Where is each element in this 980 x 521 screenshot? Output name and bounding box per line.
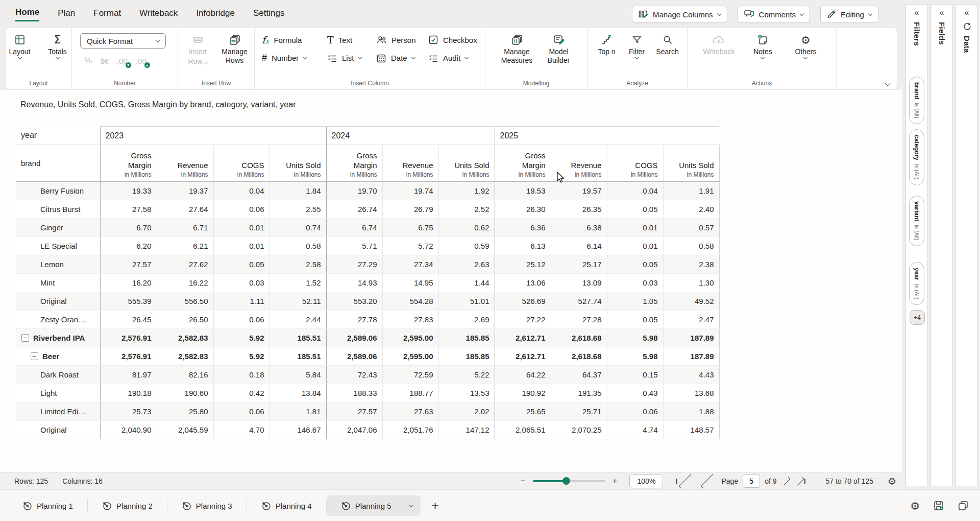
refresh-icon[interactable] xyxy=(963,22,971,31)
zoom-slider-knob[interactable] xyxy=(562,477,570,485)
measure-header[interactable]: Units Soldin Millions xyxy=(663,145,719,182)
value-cell[interactable]: 187.89 xyxy=(663,347,719,366)
value-cell[interactable]: 2,045.59 xyxy=(157,421,213,439)
value-cell[interactable]: 27.29 xyxy=(326,255,382,274)
value-cell[interactable]: 64.37 xyxy=(551,366,607,384)
row-label-cell[interactable]: Citrus Burst xyxy=(16,200,100,219)
value-cell[interactable]: 2.02 xyxy=(438,402,495,421)
fields-panel-tab[interactable]: « Fields xyxy=(930,4,953,486)
value-cell[interactable]: 26.50 xyxy=(157,311,213,329)
value-cell[interactable]: 27.64 xyxy=(157,200,213,219)
measure-header[interactable]: Revenuein Millions xyxy=(382,145,438,182)
value-cell[interactable]: 2,589.06 xyxy=(326,329,382,347)
value-cell[interactable]: 527.74 xyxy=(551,292,607,311)
menu-item-format[interactable]: Format xyxy=(93,4,121,21)
row-label-cell[interactable]: Mint xyxy=(16,274,100,292)
value-cell[interactable]: 2.58 xyxy=(270,255,326,274)
value-cell[interactable]: 6.75 xyxy=(382,219,438,237)
value-cell[interactable]: 19.53 xyxy=(495,182,551,200)
value-cell[interactable]: 0.58 xyxy=(663,237,719,255)
value-cell[interactable]: 13.84 xyxy=(270,384,326,402)
measure-header[interactable]: Gross Marginin Millions xyxy=(326,145,382,182)
value-cell[interactable]: 16.22 xyxy=(157,274,213,292)
value-cell[interactable]: 1.92 xyxy=(438,182,495,200)
page-input[interactable] xyxy=(743,475,760,488)
value-cell[interactable]: 6.71 xyxy=(157,219,213,237)
value-cell[interactable]: 72.43 xyxy=(326,366,382,384)
value-cell[interactable]: 0.06 xyxy=(607,402,663,421)
value-cell[interactable]: 5.92 xyxy=(213,329,270,347)
row-dimension-label[interactable]: year xyxy=(16,127,100,145)
row-label-cell[interactable]: Berry Fusion xyxy=(16,182,100,200)
row-label-cell[interactable]: LE Special xyxy=(16,237,100,255)
value-cell[interactable]: 148.57 xyxy=(663,421,719,439)
collapse-ribbon-icon[interactable] xyxy=(885,80,890,86)
value-cell[interactable]: 1.88 xyxy=(663,402,719,421)
value-cell[interactable]: 27.34 xyxy=(382,255,438,274)
value-cell[interactable]: 0.62 xyxy=(438,219,495,237)
row-label-cell[interactable]: Ginger xyxy=(16,219,100,237)
comments-button[interactable]: Comments xyxy=(738,6,811,23)
value-cell[interactable]: 6.36 xyxy=(495,219,551,237)
editing-mode-button[interactable]: Editing xyxy=(820,6,878,23)
value-cell[interactable]: 2,618.68 xyxy=(551,329,607,347)
value-cell[interactable]: 26.30 xyxy=(495,200,551,219)
value-cell[interactable]: 185.51 xyxy=(270,329,326,347)
value-cell[interactable]: 6.14 xyxy=(551,237,607,255)
value-cell[interactable]: 1.05 xyxy=(607,292,663,311)
value-cell[interactable]: 13.53 xyxy=(438,384,495,402)
value-cell[interactable]: 6.13 xyxy=(495,237,551,255)
audit-column-button[interactable]: Audit xyxy=(428,53,485,63)
value-cell[interactable]: 2,582.83 xyxy=(157,329,213,347)
value-cell[interactable]: 27.78 xyxy=(326,311,382,329)
value-cell[interactable]: 13.09 xyxy=(551,274,607,292)
value-cell[interactable]: 554.28 xyxy=(382,292,438,311)
value-cell[interactable]: 5.98 xyxy=(607,329,663,347)
measure-header[interactable]: COGSin Millions xyxy=(607,145,663,182)
value-cell[interactable]: 81.97 xyxy=(100,366,157,384)
value-cell[interactable]: 19.37 xyxy=(157,182,213,200)
year-group-header[interactable]: 2024 xyxy=(326,127,495,145)
value-cell[interactable]: 25.73 xyxy=(100,402,157,421)
sheets-icon[interactable] xyxy=(958,500,969,511)
value-cell[interactable]: 0.01 xyxy=(607,219,663,237)
value-cell[interactable]: 25.80 xyxy=(157,402,213,421)
value-cell[interactable]: 2,582.83 xyxy=(157,347,213,366)
value-cell[interactable]: 64.22 xyxy=(495,366,551,384)
value-cell[interactable]: 2.69 xyxy=(438,311,495,329)
value-cell[interactable]: 0.01 xyxy=(213,219,270,237)
value-cell[interactable]: 0.74 xyxy=(270,219,326,237)
value-cell[interactable]: 2,589.06 xyxy=(326,347,382,366)
status-settings-icon[interactable]: ⚙ xyxy=(888,477,896,486)
measure-header[interactable]: COGSin Millions xyxy=(213,145,270,182)
value-cell[interactable]: 26.45 xyxy=(100,311,157,329)
value-cell[interactable]: 1.44 xyxy=(438,274,495,292)
value-cell[interactable]: 4.74 xyxy=(607,421,663,439)
value-cell[interactable]: 526.69 xyxy=(495,292,551,311)
column-dimension-label[interactable]: brand xyxy=(16,145,100,182)
value-cell[interactable]: 1.11 xyxy=(213,292,270,311)
value-cell[interactable]: 2,040.90 xyxy=(100,421,157,439)
collapse-left-icon[interactable]: « xyxy=(940,9,944,17)
value-cell[interactable]: 4.70 xyxy=(213,421,270,439)
value-cell[interactable]: 2.63 xyxy=(438,255,495,274)
value-cell[interactable]: 1.52 xyxy=(270,274,326,292)
sheet-tab-planning-4[interactable]: Planning 4 xyxy=(247,495,326,516)
layout-button[interactable]: Layout xyxy=(5,33,35,59)
value-cell[interactable]: 0.18 xyxy=(213,366,270,384)
value-cell[interactable]: 0.57 xyxy=(663,219,719,237)
value-cell[interactable]: 52.11 xyxy=(270,292,326,311)
prev-page-button[interactable] xyxy=(701,474,715,488)
value-cell[interactable]: 0.05 xyxy=(607,255,663,274)
value-cell[interactable]: 0.15 xyxy=(607,366,663,384)
value-cell[interactable]: 5.72 xyxy=(382,237,438,255)
value-cell[interactable]: 2,070.25 xyxy=(551,421,607,439)
value-cell[interactable]: 1.91 xyxy=(663,182,719,200)
person-column-button[interactable]: Person xyxy=(376,34,428,45)
filter-button[interactable]: Filter xyxy=(626,33,648,59)
value-cell[interactable]: 190.18 xyxy=(100,384,157,402)
value-cell[interactable]: 19.57 xyxy=(551,182,607,200)
measure-header[interactable]: Gross Marginin Millions xyxy=(100,145,157,182)
value-cell[interactable]: 27.83 xyxy=(382,311,438,329)
value-cell[interactable]: 0.06 xyxy=(213,311,270,329)
